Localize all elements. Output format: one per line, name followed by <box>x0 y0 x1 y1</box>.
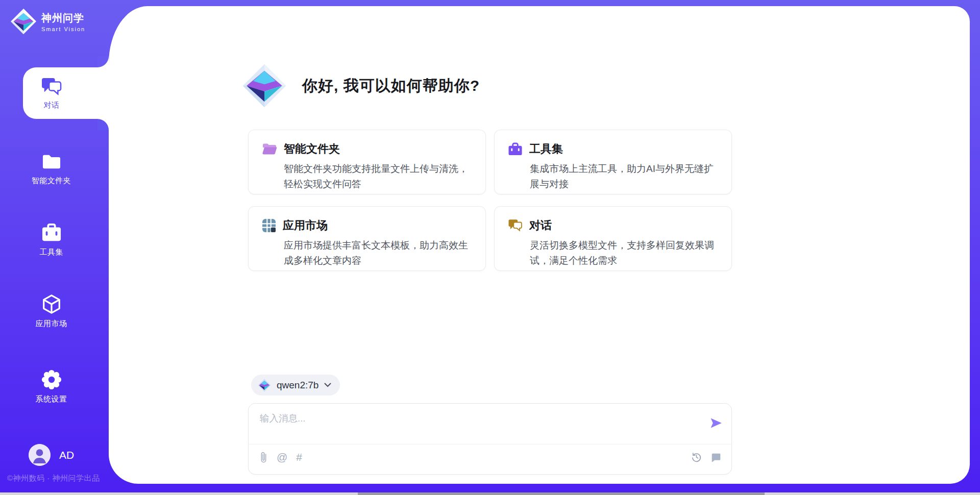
composer-area: qwen2:7b @ <box>248 375 732 475</box>
greeting-title: 你好, 我可以如何帮助你? <box>302 76 480 96</box>
user-profile[interactable]: AD <box>0 444 109 466</box>
card-description: 集成市场上主流工具，助力AI与外界无缝扩展与对接 <box>530 161 718 192</box>
chat-welcome-panel: 你好, 我可以如何帮助你? 智能文件夹 智能文件夹功能支持批量文件上传与清洗，轻… <box>248 0 732 495</box>
composer-tools-left: @ # <box>259 451 302 463</box>
card-title: 应用市场 <box>283 218 328 233</box>
sidebar-item-label: 系统设置 <box>36 394 67 404</box>
message-input[interactable] <box>260 412 689 440</box>
horizontal-scrollbar[interactable] <box>0 492 980 495</box>
chat-icon <box>41 77 62 97</box>
card-description: 灵活切换多模型文件，支持多样回复效果调试，满足个性化需求 <box>530 238 718 268</box>
sidebar-item-smart-folder[interactable]: 智能文件夹 <box>0 151 109 186</box>
open-folder-icon <box>262 142 277 156</box>
composer-tools-right <box>691 451 722 463</box>
avatar <box>29 444 51 466</box>
grid-icon <box>262 218 276 233</box>
gear-icon <box>41 369 62 390</box>
card-toolset[interactable]: 工具集 集成市场上主流工具，助力AI与外界无缝扩展与对接 <box>494 130 732 194</box>
model-selector[interactable]: qwen2:7b <box>251 375 340 395</box>
brand-name: 神州问学 <box>41 11 85 25</box>
message-composer: @ # <box>248 403 732 475</box>
sidebar-item-app-market[interactable]: 应用市场 <box>0 294 109 329</box>
card-title: 智能文件夹 <box>284 141 340 157</box>
message-icon[interactable] <box>710 452 722 463</box>
chat-bubbles-icon <box>508 219 523 232</box>
brand-logo: 神州问学 Smart Vision <box>10 8 85 35</box>
briefcase-icon <box>508 142 523 156</box>
mention-icon[interactable]: @ <box>277 451 287 463</box>
sidebar-item-settings[interactable]: 系统设置 <box>0 369 109 404</box>
toolbox-icon <box>41 222 62 243</box>
chevron-down-icon <box>324 383 331 387</box>
user-initials: AD <box>59 449 74 461</box>
card-title: 对话 <box>529 218 552 233</box>
card-chat[interactable]: 对话 灵活切换多模型文件，支持多样回复效果调试，满足个性化需求 <box>494 206 732 271</box>
brand-text: 神州问学 Smart Vision <box>41 11 85 32</box>
composer-divider <box>249 444 731 444</box>
sidebar: 神州问学 Smart Vision 对话 智能文件夹 <box>0 0 109 495</box>
scrollbar-thumb[interactable] <box>358 492 765 495</box>
sidebar-item-chat[interactable]: 对话 <box>23 67 109 119</box>
assistant-diamond-icon <box>242 63 287 108</box>
model-name: qwen2:7b <box>277 380 318 391</box>
folder-icon <box>41 151 62 171</box>
cube-icon <box>41 294 62 314</box>
feature-cards: 智能文件夹 智能文件夹功能支持批量文件上传与清洗，轻松实现文件问答 工具集 集成… <box>248 130 732 271</box>
greeting: 你好, 我可以如何帮助你? <box>242 63 480 108</box>
copyright-text: ©神州数码 · 神州问学出品 <box>7 474 100 483</box>
card-smart-folder[interactable]: 智能文件夹 智能文件夹功能支持批量文件上传与清洗，轻松实现文件问答 <box>248 130 486 194</box>
send-icon[interactable] <box>709 416 723 430</box>
card-app-market[interactable]: 应用市场 应用市场提供丰富长文本模板，助力高效生成多样化文章内容 <box>248 206 486 271</box>
card-title: 工具集 <box>529 141 563 157</box>
history-icon[interactable] <box>691 451 702 463</box>
card-description: 智能文件夹功能支持批量文件上传与清洗，轻松实现文件问答 <box>284 161 472 192</box>
hashtag-icon[interactable]: # <box>296 451 302 463</box>
sidebar-item-label: 工具集 <box>39 247 63 257</box>
sidebar-item-label: 应用市场 <box>36 319 67 329</box>
brand-subtitle: Smart Vision <box>41 26 85 32</box>
card-description: 应用市场提供丰富长文本模板，助力高效生成多样化文章内容 <box>284 238 472 268</box>
sidebar-item-toolset[interactable]: 工具集 <box>0 222 109 257</box>
sidebar-item-label: 智能文件夹 <box>32 176 71 186</box>
sidebar-item-label: 对话 <box>44 101 60 110</box>
attachment-icon[interactable] <box>259 451 268 463</box>
model-diamond-icon <box>258 379 271 392</box>
brand-diamond-icon <box>10 8 37 35</box>
